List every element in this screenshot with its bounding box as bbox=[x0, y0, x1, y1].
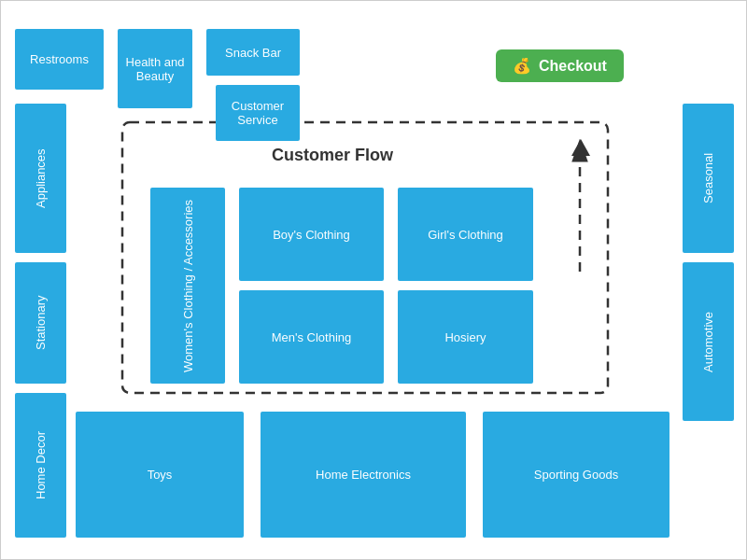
section-boys-clothing: Boy's Clothing bbox=[239, 188, 384, 281]
section-restrooms: Restrooms bbox=[15, 29, 104, 90]
section-appliances: Appliances bbox=[15, 104, 66, 253]
section-home-electronics: Home Electronics bbox=[261, 412, 466, 538]
checkout-button[interactable]: 💰 Checkout bbox=[496, 49, 624, 82]
store-map: 💰 Checkout Customer Flow Restrooms Healt… bbox=[0, 0, 747, 560]
section-mens-clothing: Men's Clothing bbox=[239, 290, 384, 384]
section-sporting-goods: Sporting Goods bbox=[483, 412, 669, 538]
section-girls-clothing: Girl's Clothing bbox=[398, 188, 533, 281]
customer-flow-label: Customer Flow bbox=[272, 146, 393, 165]
checkout-label: Checkout bbox=[539, 58, 607, 75]
section-home-decor: Home Decor bbox=[15, 393, 66, 538]
section-customer-service: Customer Service bbox=[216, 85, 300, 141]
section-seasonal: Seasonal bbox=[683, 104, 734, 253]
checkout-icon: 💰 bbox=[513, 57, 531, 75]
up-arrow bbox=[571, 139, 590, 156]
section-toys: Toys bbox=[76, 412, 244, 538]
section-automotive: Automotive bbox=[683, 262, 734, 421]
section-stationary: Stationary bbox=[15, 262, 66, 384]
section-snack-bar: Snack Bar bbox=[206, 29, 300, 76]
section-health-beauty: Health and Beauty bbox=[118, 29, 192, 108]
section-hosiery: Hosiery bbox=[398, 290, 533, 384]
section-womens-clothing: Women's Clothing / Accessories bbox=[150, 188, 225, 384]
